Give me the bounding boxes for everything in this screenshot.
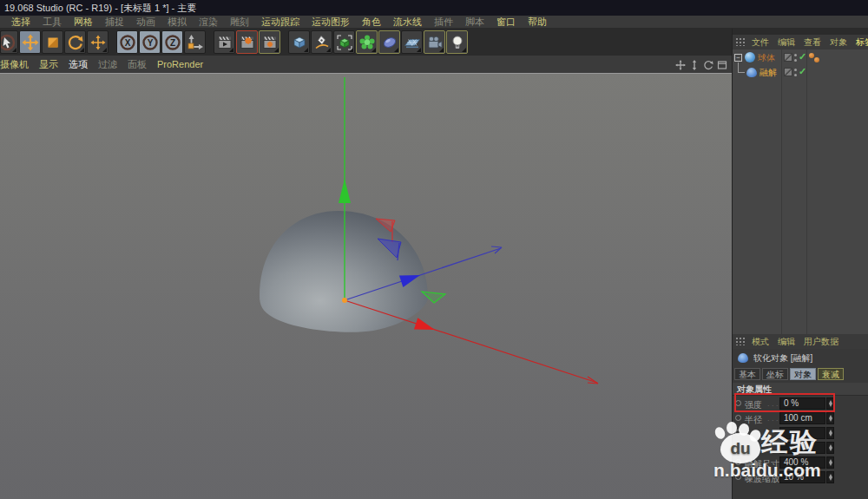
y-axis-handle[interactable] xyxy=(339,179,351,203)
add-generator-button[interactable] xyxy=(333,30,355,54)
lock-y-axis-button[interactable]: Y xyxy=(139,30,161,54)
menu-help[interactable]: 帮助 xyxy=(522,16,553,29)
layer-swatch-icon[interactable] xyxy=(784,53,792,62)
add-environment-button[interactable] xyxy=(378,30,400,54)
viewport-pan-icon[interactable] xyxy=(674,59,686,70)
z-axis-icon: Z xyxy=(164,34,181,51)
menu-pipeline[interactable]: 流水线 xyxy=(387,16,428,29)
watermark-brand-text: 经验 xyxy=(761,424,819,461)
tab-object[interactable]: 对象 xyxy=(790,368,816,380)
viewport-toggle-icon[interactable] xyxy=(716,59,727,70)
enabled-check-icon[interactable]: ✓ xyxy=(799,51,806,62)
viewport-menu-prorender[interactable]: ProRender xyxy=(152,59,208,69)
add-light-button[interactable] xyxy=(446,30,468,54)
object-row-melt[interactable]: 融解 ✓ xyxy=(733,65,868,80)
tab-falloff[interactable]: 衰减 xyxy=(818,368,844,380)
menu-simulate[interactable]: 模拟 xyxy=(161,16,193,29)
keyframe-circle-icon[interactable] xyxy=(735,415,741,421)
menu-motion-tracker[interactable]: 运动跟踪 xyxy=(255,16,306,29)
svg-text:Y: Y xyxy=(147,37,153,47)
paw-du-text: du xyxy=(730,439,750,458)
object-manager-tree[interactable]: − 球体 ✓ 融解 ✓ xyxy=(733,49,868,334)
add-spline-button[interactable] xyxy=(311,30,332,54)
lock-x-axis-button[interactable]: X xyxy=(116,30,138,54)
deformer-flower-icon xyxy=(358,34,376,51)
am-menu-edit[interactable]: 编辑 xyxy=(773,336,799,348)
coordinate-system-button[interactable] xyxy=(184,30,206,54)
menu-snap[interactable]: 捕捉 xyxy=(99,16,130,29)
tab-coordinates[interactable]: 坐标 xyxy=(762,368,788,380)
move-icon xyxy=(22,34,39,51)
object-tag-icon[interactable] xyxy=(814,57,819,62)
enabled-check-icon[interactable]: ✓ xyxy=(799,66,806,77)
cinema4d-window: 19.068 Studio (RC - R19) - [未标题 1 *] - 主… xyxy=(0,0,868,499)
visibility-dots-icon[interactable] xyxy=(794,69,797,76)
render-to-picture-viewer-button[interactable] xyxy=(236,30,258,54)
om-menu-view[interactable]: 查看 xyxy=(799,36,825,49)
add-deformer-button[interactable] xyxy=(356,30,378,54)
am-menu-mode[interactable]: 模式 xyxy=(747,336,773,348)
last-tool-button[interactable] xyxy=(87,30,108,54)
viewport-canvas[interactable] xyxy=(0,73,732,499)
viewport-menu-camera[interactable]: 摄像机 xyxy=(0,58,34,71)
menu-select[interactable]: 选择 xyxy=(5,16,36,29)
window-titlebar[interactable]: 19.068 Studio (RC - R19) - [未标题 1 *] - 主… xyxy=(0,0,868,16)
pen-icon xyxy=(313,34,331,51)
object-name[interactable]: 融解 xyxy=(760,67,777,79)
scale-tool-button[interactable] xyxy=(42,30,63,54)
gizmo-origin-point[interactable] xyxy=(342,298,347,303)
viewport-zoom-icon[interactable] xyxy=(688,59,700,70)
melted-sphere-object[interactable] xyxy=(260,211,428,332)
menu-render[interactable]: 渲染 xyxy=(193,16,224,29)
attribute-manager-menubar: 模式 编辑 用户数据 xyxy=(733,334,868,349)
viewport-rotate-icon[interactable] xyxy=(702,59,713,70)
menu-animate[interactable]: 动画 xyxy=(130,16,161,29)
viewport-menu-panel[interactable]: 面板 xyxy=(122,58,152,71)
add-camera-button[interactable] xyxy=(424,30,445,54)
live-selection-button[interactable] xyxy=(0,30,18,54)
svg-text:X: X xyxy=(124,37,130,47)
menu-window[interactable]: 窗口 xyxy=(490,16,522,29)
object-tag-icon[interactable] xyxy=(809,53,814,58)
menu-sculpt[interactable]: 雕刻 xyxy=(224,16,255,29)
visibility-dots-icon[interactable] xyxy=(794,54,797,62)
paw-toe-icon xyxy=(727,422,737,434)
panel-grip-icon[interactable] xyxy=(736,338,746,345)
tab-basic[interactable]: 基本 xyxy=(734,368,760,380)
lock-z-axis-button[interactable]: Z xyxy=(161,30,183,54)
viewport-menu-options[interactable]: 选项 xyxy=(63,58,93,71)
render-view-button[interactable] xyxy=(214,30,235,54)
object-row-sphere[interactable]: − 球体 ✓ xyxy=(733,50,868,65)
am-menu-userdata[interactable]: 用户数据 xyxy=(799,336,843,348)
viewport-menu-filter[interactable]: 过滤 xyxy=(93,58,122,71)
panel-grip-icon[interactable] xyxy=(736,38,746,46)
move-tool-button[interactable] xyxy=(19,30,41,54)
scene-3d xyxy=(0,74,732,499)
rotate-icon xyxy=(67,34,84,51)
menu-mograph[interactable]: 运动图形 xyxy=(306,16,356,29)
layer-swatch-icon[interactable] xyxy=(784,68,792,76)
rotate-tool-button[interactable] xyxy=(64,30,86,54)
om-menu-object[interactable]: 对象 xyxy=(825,36,852,49)
add-primitive-button[interactable] xyxy=(288,30,310,54)
svg-text:Z: Z xyxy=(169,37,174,47)
melt-object-icon xyxy=(746,68,757,77)
light-bulb-icon xyxy=(449,34,466,51)
object-name[interactable]: 球体 xyxy=(758,52,775,64)
menu-script[interactable]: 脚本 xyxy=(459,16,490,29)
expand-toggle-icon[interactable]: − xyxy=(734,54,742,62)
clapperboard-play-icon xyxy=(216,34,233,51)
om-menu-file[interactable]: 文件 xyxy=(747,36,773,49)
menu-character[interactable]: 角色 xyxy=(356,16,387,29)
om-menu-tags[interactable]: 标签 xyxy=(852,36,868,49)
menu-tools[interactable]: 工具 xyxy=(36,16,68,29)
baidu-paw-icon: du xyxy=(720,433,760,463)
camera-icon xyxy=(426,34,444,51)
render-settings-button[interactable] xyxy=(259,30,280,54)
menu-plugins[interactable]: 插件 xyxy=(428,16,459,29)
x-axis-handle[interactable] xyxy=(414,318,437,335)
menu-mesh[interactable]: 网格 xyxy=(68,16,99,29)
viewport-menu-display[interactable]: 显示 xyxy=(34,58,63,71)
add-floor-button[interactable] xyxy=(401,30,423,54)
om-menu-edit[interactable]: 编辑 xyxy=(773,36,799,49)
